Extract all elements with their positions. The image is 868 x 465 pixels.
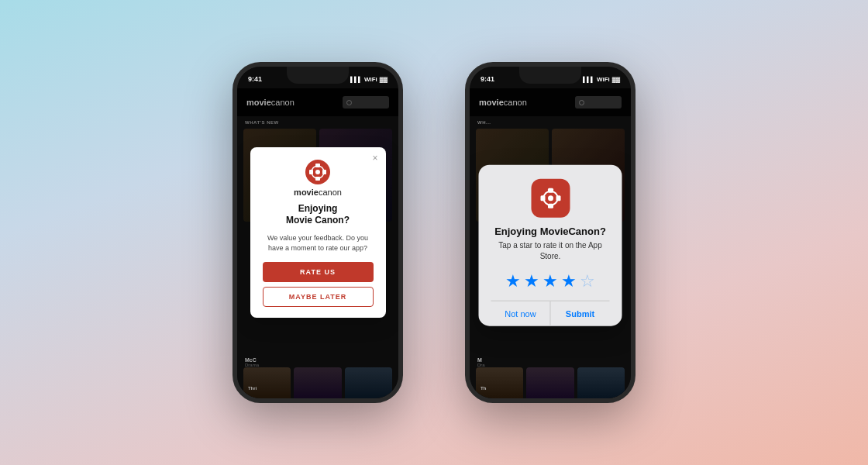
star-4[interactable]: ★ (561, 271, 577, 291)
battery-icon-left: ▓▓ (380, 77, 388, 82)
signal-icon-right: ▌▌▌ (583, 77, 594, 82)
phone-right: 9:41 ▌▌▌ WiFi ▓▓ moviecanon WH... (465, 62, 636, 403)
svg-rect-11 (548, 188, 553, 193)
dialog-logo-bold: movie (294, 188, 319, 197)
phone-left: 9:41 ▌▌▌ WiFi ▓▓ moviecanon WHAT'S NEW (232, 62, 403, 403)
wifi-icon-right: WiFi (597, 76, 610, 83)
ios-app-icon-area (491, 179, 610, 218)
dialog-logo-light: canon (319, 188, 342, 197)
dialog-app-name: moviecanon (294, 188, 342, 197)
screen-right: 9:41 ▌▌▌ WiFi ▓▓ moviecanon WH... (470, 67, 631, 398)
film-reel-icon (305, 160, 330, 184)
svg-rect-4 (315, 164, 320, 167)
svg-rect-3 (322, 170, 326, 174)
ios-dialog-buttons: Not now Submit (491, 301, 610, 326)
svg-rect-5 (315, 177, 320, 181)
status-time-right: 9:41 (480, 75, 494, 83)
close-button[interactable]: × (372, 153, 377, 163)
svg-point-13 (548, 195, 553, 201)
star-3[interactable]: ★ (542, 271, 558, 291)
signal-icon-left: ▌▌▌ (350, 77, 362, 82)
svg-rect-9 (540, 195, 545, 201)
rate-us-button[interactable]: RATE US (263, 262, 374, 282)
status-time-left: 9:41 (248, 75, 262, 83)
svg-rect-12 (548, 204, 553, 208)
submit-button[interactable]: Submit (551, 301, 610, 326)
stars-row[interactable]: ★ ★ ★ ★ ☆ (491, 271, 610, 291)
ios-dialog-message: Tap a star to rate it on the App Store. (491, 240, 610, 262)
battery-icon-right: ▓▓ (612, 77, 620, 82)
star-2[interactable]: ★ (524, 271, 539, 291)
ios-dialog-title: Enjoying MovieCanon? (491, 226, 610, 237)
not-now-button[interactable]: Not now (491, 301, 550, 326)
dialog-overlay-left: × moviecanon E (237, 67, 398, 398)
svg-rect-10 (556, 195, 560, 201)
ios-app-icon (531, 179, 570, 218)
screen-left: 9:41 ▌▌▌ WiFi ▓▓ moviecanon WHAT'S NEW (237, 67, 398, 398)
maybe-later-button[interactable]: MAYBE LATER (263, 287, 374, 307)
notch-right (519, 67, 581, 84)
svg-point-6 (315, 170, 320, 174)
dialog-message: We value your feedback. Do you have a mo… (263, 233, 374, 253)
ios-film-icon (536, 184, 564, 212)
svg-rect-2 (309, 170, 313, 174)
custom-dialog: × moviecanon E (250, 147, 386, 318)
status-icons-right: ▌▌▌ WiFi ▓▓ (583, 76, 620, 83)
wifi-icon-left: WiFi (364, 76, 377, 83)
dialog-title: EnjoyingMovie Canon? (263, 203, 374, 227)
ios-dialog: Enjoying MovieCanon? Tap a star to rate … (479, 165, 622, 326)
notch-left (287, 67, 349, 84)
status-icons-left: ▌▌▌ WiFi ▓▓ (350, 76, 388, 83)
star-1[interactable]: ★ (505, 271, 521, 291)
star-5[interactable]: ☆ (580, 271, 595, 291)
dialog-logo-area: moviecanon (263, 160, 374, 197)
